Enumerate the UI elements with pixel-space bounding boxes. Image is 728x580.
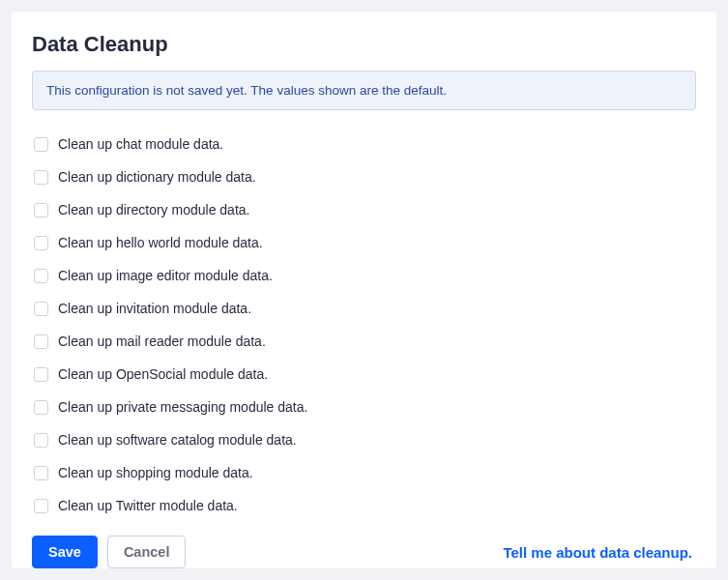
checkbox-label-software-catalog: Clean up software catalog module data. — [58, 432, 297, 448]
checkbox-image-editor[interactable] — [34, 269, 48, 283]
checkbox-directory[interactable] — [34, 203, 48, 218]
checkbox-label-directory: Clean up directory module data. — [58, 202, 249, 218]
checkbox-invitation[interactable] — [34, 302, 48, 316]
checkbox-chat[interactable] — [34, 137, 48, 152]
checkbox-label-image-editor: Clean up image editor module data. — [58, 268, 273, 283]
data-cleanup-panel: Data Cleanup This configuration is not s… — [12, 12, 716, 568]
checkbox-row-private-messaging[interactable]: Clean up private messaging module data. — [34, 391, 696, 423]
checkbox-label-dictionary: Clean up dictionary module data. — [58, 169, 256, 185]
checkbox-row-shopping[interactable]: Clean up shopping module data. — [34, 456, 696, 489]
checkbox-row-twitter[interactable]: Clean up Twitter module data. — [34, 489, 696, 522]
checkbox-row-invitation[interactable]: Clean up invitation module data. — [34, 292, 696, 325]
checkbox-mail-reader[interactable] — [34, 334, 48, 349]
checkbox-row-directory[interactable]: Clean up directory module data. — [34, 193, 696, 226]
checkbox-row-dictionary[interactable]: Clean up dictionary module data. — [34, 160, 696, 193]
button-group-left: Save Cancel — [32, 536, 186, 568]
checkbox-label-invitation: Clean up invitation module data. — [58, 301, 251, 316]
checkbox-label-chat: Clean up chat module data. — [58, 136, 223, 152]
checkbox-list: Clean up chat module data.Clean up dicti… — [34, 128, 696, 522]
help-link[interactable]: Tell me about data cleanup. — [503, 544, 692, 561]
checkbox-label-opensocial: Clean up OpenSocial module data. — [58, 366, 268, 382]
checkbox-row-mail-reader[interactable]: Clean up mail reader module data. — [34, 325, 696, 358]
page-title: Data Cleanup — [32, 32, 696, 57]
checkbox-label-hello-world: Clean up hello world module data. — [58, 235, 263, 250]
checkbox-label-mail-reader: Clean up mail reader module data. — [58, 334, 266, 349]
checkbox-opensocial[interactable] — [34, 367, 48, 382]
checkbox-hello-world[interactable] — [34, 236, 48, 250]
save-button[interactable]: Save — [32, 536, 98, 568]
checkbox-row-image-editor[interactable]: Clean up image editor module data. — [34, 259, 696, 292]
button-row: Save Cancel Tell me about data cleanup. — [32, 536, 696, 568]
checkbox-label-twitter: Clean up Twitter module data. — [58, 498, 238, 513]
checkbox-row-chat[interactable]: Clean up chat module data. — [34, 128, 696, 160]
checkbox-twitter[interactable] — [34, 499, 48, 513]
checkbox-private-messaging[interactable] — [34, 400, 48, 415]
checkbox-row-opensocial[interactable]: Clean up OpenSocial module data. — [34, 358, 696, 391]
checkbox-dictionary[interactable] — [34, 170, 48, 185]
checkbox-software-catalog[interactable] — [34, 433, 48, 448]
checkbox-row-hello-world[interactable]: Clean up hello world module data. — [34, 226, 696, 259]
info-banner: This configuration is not saved yet. The… — [32, 71, 696, 110]
checkbox-row-software-catalog[interactable]: Clean up software catalog module data. — [34, 423, 696, 456]
checkbox-label-shopping: Clean up shopping module data. — [58, 465, 253, 480]
checkbox-label-private-messaging: Clean up private messaging module data. — [58, 399, 307, 415]
checkbox-shopping[interactable] — [34, 466, 48, 480]
cancel-button[interactable]: Cancel — [107, 536, 187, 568]
